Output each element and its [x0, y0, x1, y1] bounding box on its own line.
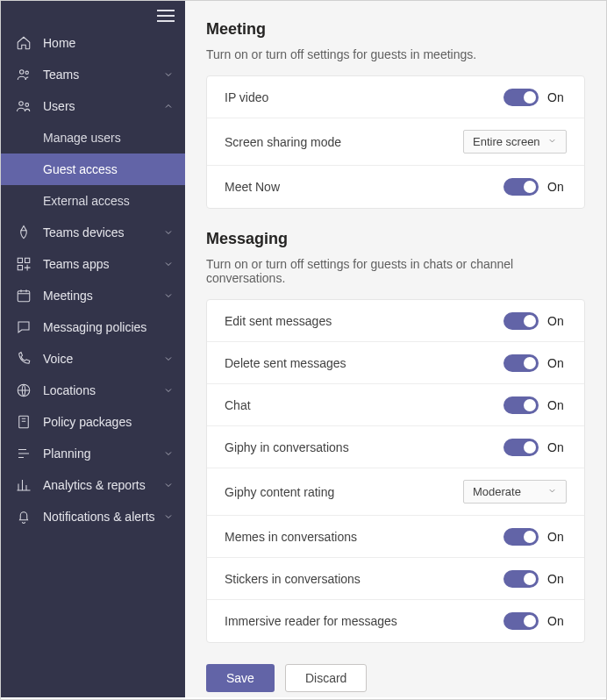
setting-label: Meet Now: [225, 180, 280, 194]
footer-actions: Save Discard: [206, 664, 585, 692]
setting-label: Screen sharing mode: [225, 135, 341, 149]
save-button[interactable]: Save: [206, 664, 275, 692]
package-icon: [15, 413, 32, 431]
svg-rect-4: [18, 258, 22, 262]
sidebar-item-label: Manage users: [43, 131, 121, 145]
toggle-state-text: On: [547, 180, 567, 194]
sidebar-item-label: Policy packages: [43, 415, 175, 429]
teams-icon: [15, 66, 32, 83]
sidebar-item-label: Teams: [43, 68, 162, 82]
messaging-section-title: Messaging: [206, 230, 585, 248]
sidebar-item-label: Analytics & reports: [43, 478, 162, 492]
setting-row-delete-sent-messages: Delete sent messages On: [207, 342, 584, 384]
meeting-section-desc: Turn on or turn off settings for guests …: [206, 47, 585, 61]
sidebar-item-analytics-reports[interactable]: Analytics & reports: [1, 469, 185, 501]
svg-rect-5: [25, 258, 30, 262]
sidebar-item-teams-apps[interactable]: Teams apps: [1, 248, 185, 280]
messaging-settings-card: Edit sent messages On Delete sent messag…: [206, 299, 585, 643]
delete-sent-messages-toggle[interactable]: [503, 354, 539, 372]
sidebar-item-label: Locations: [43, 383, 162, 397]
toggle-state-text: On: [547, 398, 567, 412]
immersive-reader-toggle[interactable]: [503, 612, 539, 630]
chevron-down-icon: [162, 289, 175, 302]
stickers-conversations-toggle[interactable]: [503, 570, 539, 588]
setting-label: Giphy content rating: [225, 485, 334, 499]
analytics-icon: [15, 476, 32, 494]
setting-row-giphy-content-rating: Giphy content rating Moderate: [207, 468, 584, 516]
hamburger-icon[interactable]: [157, 8, 175, 24]
sidebar-item-label: Teams apps: [43, 257, 162, 271]
phone-icon: [15, 350, 32, 368]
chat-toggle[interactable]: [503, 396, 539, 414]
svg-point-3: [25, 104, 29, 107]
toggle-state-text: On: [547, 572, 567, 586]
sidebar-item-label: Meetings: [43, 289, 162, 303]
giphy-conversations-toggle[interactable]: [503, 439, 539, 456]
messaging-section-desc: Turn on or turn off settings for guests …: [206, 257, 585, 285]
sidebar-item-planning[interactable]: Planning: [1, 438, 185, 469]
setting-row-memes-conversations: Memes in conversations On: [207, 516, 584, 558]
setting-row-ip-video: IP video On: [207, 76, 584, 118]
sidebar-item-voice[interactable]: Voice: [1, 343, 185, 375]
chevron-down-icon: [162, 353, 175, 365]
sidebar-item-label: Home: [43, 36, 175, 50]
sidebar-subitem-guest-access[interactable]: Guest access: [1, 154, 185, 185]
sidebar-item-label: Teams devices: [43, 225, 162, 239]
sidebar-item-label: Notifications & alerts: [43, 510, 162, 524]
sidebar: Home Teams Users Manage users Gu: [1, 1, 185, 697]
chevron-down-icon: [162, 384, 175, 396]
globe-icon: [15, 382, 32, 399]
devices-icon: [15, 224, 32, 241]
bell-icon: [15, 508, 32, 525]
planning-icon: [15, 445, 32, 462]
setting-row-immersive-reader: Immersive reader for messages On: [207, 600, 584, 642]
sidebar-item-teams-devices[interactable]: Teams devices: [1, 217, 185, 248]
sidebar-item-teams[interactable]: Teams: [1, 59, 185, 90]
toggle-state-text: On: [547, 614, 567, 628]
toggle-state-text: On: [547, 90, 567, 104]
toggle-state-text: On: [547, 314, 567, 328]
chevron-down-icon: [162, 479, 175, 491]
sidebar-item-home[interactable]: Home: [1, 27, 185, 59]
svg-point-1: [25, 71, 28, 74]
sidebar-item-label: Users: [43, 99, 162, 113]
sidebar-item-messaging-policies[interactable]: Messaging policies: [1, 311, 185, 343]
sidebar-item-locations[interactable]: Locations: [1, 375, 185, 406]
sidebar-item-meetings[interactable]: Meetings: [1, 280, 185, 311]
setting-row-chat: Chat On: [207, 384, 584, 426]
sidebar-subitem-manage-users[interactable]: Manage users: [1, 122, 185, 154]
sidebar-item-policy-packages[interactable]: Policy packages: [1, 406, 185, 438]
chevron-down-icon: [162, 258, 175, 270]
users-icon: [15, 97, 32, 115]
svg-point-0: [20, 70, 25, 75]
sidebar-item-label: Guest access: [43, 162, 118, 176]
toggle-state-text: On: [547, 530, 567, 544]
sidebar-subitem-external-access[interactable]: External access: [1, 185, 185, 217]
setting-row-meet-now: Meet Now On: [207, 166, 584, 208]
screen-sharing-mode-select[interactable]: Entire screen: [463, 130, 567, 154]
memes-conversations-toggle[interactable]: [503, 528, 539, 546]
setting-label: Edit sent messages: [225, 314, 332, 328]
chevron-down-icon: [547, 135, 557, 148]
ip-video-toggle[interactable]: [503, 89, 539, 106]
setting-row-stickers-conversations: Stickers in conversations On: [207, 558, 584, 600]
sidebar-item-label: Messaging policies: [43, 320, 175, 334]
svg-rect-7: [18, 291, 30, 302]
sidebar-item-notifications-alerts[interactable]: Notifications & alerts: [1, 501, 185, 532]
chevron-down-icon: [162, 511, 175, 523]
setting-label: Memes in conversations: [225, 530, 357, 544]
sidebar-item-label: Voice: [43, 352, 162, 366]
chevron-up-icon: [162, 100, 175, 112]
setting-row-screen-sharing-mode: Screen sharing mode Entire screen: [207, 118, 584, 166]
chevron-down-icon: [162, 447, 175, 460]
edit-sent-messages-toggle[interactable]: [503, 312, 539, 330]
svg-point-2: [19, 102, 24, 106]
toggle-state-text: On: [547, 440, 567, 454]
toggle-state-text: On: [547, 356, 567, 370]
discard-button[interactable]: Discard: [285, 664, 367, 692]
sidebar-item-users[interactable]: Users: [1, 90, 185, 122]
main-content: Meeting Turn on or turn off settings for…: [185, 1, 606, 697]
setting-row-edit-sent-messages: Edit sent messages On: [207, 300, 584, 342]
meet-now-toggle[interactable]: [503, 178, 539, 196]
giphy-content-rating-select[interactable]: Moderate: [463, 480, 567, 504]
